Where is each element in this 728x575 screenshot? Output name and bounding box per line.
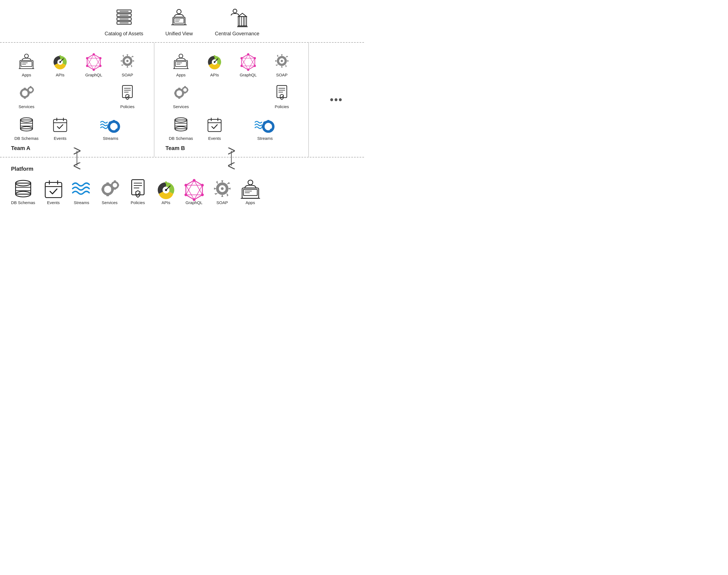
dbschemas-icon — [16, 114, 36, 134]
catalog-of-assets-item: Catalog of Assets — [105, 7, 143, 37]
svg-rect-71 — [54, 120, 67, 132]
events-icon — [50, 114, 70, 134]
team-a-apps: Apps — [11, 51, 42, 77]
apis-label: APIs — [56, 72, 65, 77]
team-b-policies: Policies — [266, 83, 297, 109]
platform-apis-label: APIs — [162, 200, 170, 205]
platform-policies-label: Policies — [131, 200, 145, 205]
central-governance-item: Central Governance — [215, 7, 259, 37]
svg-rect-10 — [174, 18, 184, 23]
policies-icon — [117, 83, 137, 103]
svg-rect-77 — [113, 120, 115, 122]
svg-rect-140 — [267, 120, 269, 122]
policies-label: Policies — [120, 104, 135, 109]
svg-rect-134 — [208, 120, 221, 132]
governance-label: Central Governance — [215, 31, 259, 37]
soap-icon-b — [272, 51, 292, 71]
catalog-label: Catalog of Assets — [105, 31, 143, 37]
team-a-apis: APIs — [45, 51, 75, 77]
apis-b-label: APIs — [210, 72, 219, 77]
team-b-events: Events — [199, 114, 230, 141]
team-b-dbschemas: DB Schemas — [166, 114, 196, 141]
team-a-streams: Streams — [78, 114, 143, 141]
platform-apis: APIs — [156, 179, 176, 205]
svg-rect-161 — [106, 194, 109, 196]
team-b-arrow — [227, 149, 236, 168]
svg-point-112 — [281, 60, 283, 62]
platform-soap-icon — [212, 179, 232, 199]
team-b-apps: Apps — [166, 51, 196, 77]
platform-apps-label: Apps — [245, 200, 255, 205]
graphql-icon — [84, 51, 104, 71]
apps-icon — [16, 51, 36, 71]
team-a-grid: Apps — [11, 51, 143, 141]
svg-rect-54 — [20, 92, 22, 94]
platform-dbschemas-label: DB Schemas — [11, 200, 35, 205]
platform-streams: Streams — [72, 179, 92, 205]
svg-point-76 — [112, 124, 116, 129]
svg-rect-170 — [132, 180, 144, 195]
svg-rect-123 — [181, 89, 183, 91]
svg-point-96 — [214, 55, 215, 57]
svg-rect-122 — [184, 92, 186, 94]
svg-point-49 — [126, 60, 129, 62]
streams-b-label: Streams — [257, 136, 273, 141]
svg-point-86 — [179, 54, 183, 58]
svg-rect-62 — [123, 86, 132, 98]
svg-rect-117 — [174, 92, 176, 94]
svg-point-195 — [248, 180, 253, 185]
platform-graphql-label: GraphQL — [185, 200, 203, 205]
apps-b-label: Apps — [176, 72, 185, 77]
platform-events: Events — [43, 179, 63, 205]
events-icon-b — [205, 114, 224, 134]
policies-icon-b — [272, 83, 292, 103]
svg-marker-20 — [238, 13, 246, 16]
dbschemas-icon-b — [171, 114, 191, 134]
svg-rect-58 — [30, 86, 31, 88]
platform-services-label: Services — [102, 200, 118, 205]
team-b-graphql: GraphQL — [233, 51, 264, 77]
svg-rect-154 — [45, 182, 62, 198]
platform-apis-icon — [156, 179, 176, 199]
svg-rect-60 — [27, 89, 28, 91]
team-a-events: Events — [45, 114, 75, 141]
apps-icon-b — [171, 51, 191, 71]
more-dots: ••• — [330, 94, 343, 106]
middle-section: Apps — [0, 43, 364, 158]
streams-icon-b — [255, 114, 275, 134]
platform-label: Platform — [11, 166, 353, 172]
svg-point-194 — [221, 187, 223, 190]
graphql-label: GraphQL — [85, 72, 102, 77]
governance-icon — [226, 7, 248, 29]
team-a-dbschemas: DB Schemas — [11, 114, 42, 141]
svg-rect-115 — [178, 88, 180, 90]
team-b-apis: APIs — [199, 51, 230, 77]
svg-point-51 — [23, 92, 27, 95]
team-a-policies: Policies — [112, 83, 143, 109]
dbschemas-label: DB Schemas — [14, 136, 39, 141]
platform-graphql-icon — [184, 179, 204, 199]
svg-rect-162 — [102, 188, 104, 191]
svg-point-57 — [30, 89, 32, 91]
services-icon — [16, 83, 36, 103]
team-b-block: Apps APIs — [154, 43, 309, 157]
platform-apps: Apps — [240, 179, 260, 205]
services-b-label: Services — [173, 104, 189, 109]
team-a-block: Apps — [0, 43, 154, 157]
svg-rect-169 — [117, 184, 119, 187]
svg-point-177 — [165, 189, 167, 191]
svg-point-32 — [59, 61, 61, 63]
unified-icon — [168, 7, 190, 29]
svg-point-33 — [59, 55, 61, 57]
svg-rect-25 — [21, 62, 32, 66]
svg-rect-61 — [33, 89, 34, 91]
platform-policies: Policies — [128, 179, 148, 205]
svg-point-178 — [165, 181, 167, 184]
graphql-icon-b — [238, 51, 258, 71]
policies-b-label: Policies — [275, 104, 289, 109]
platform-section: Platform DB Schemas — [0, 158, 364, 213]
events-label: Events — [54, 136, 66, 141]
platform-streams-icon — [72, 179, 92, 199]
team-a-services: Services — [11, 83, 42, 109]
services-icon-b — [171, 83, 191, 103]
